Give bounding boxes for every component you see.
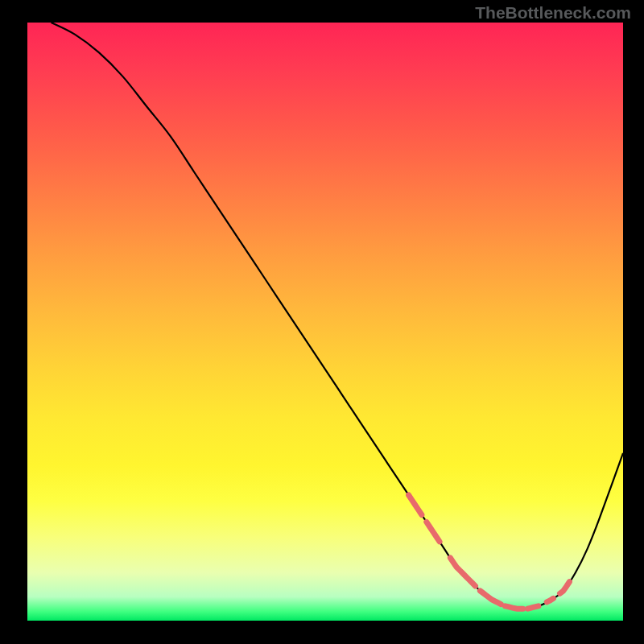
watermark-text: TheBottleneck.com: [475, 3, 631, 23]
bottleneck-curve: [52, 23, 623, 609]
highlight-dash: [528, 606, 539, 609]
highlight-dash: [480, 591, 501, 605]
highlight-dash: [427, 522, 440, 542]
chart-plot-area: [27, 23, 623, 621]
highlight-dash: [450, 558, 475, 586]
highlight-dash: [409, 495, 422, 515]
highlight-dashes: [409, 495, 570, 609]
highlight-dash: [505, 606, 522, 609]
chart-svg: [27, 23, 623, 621]
highlight-dash: [560, 582, 570, 593]
highlight-dash: [547, 598, 553, 602]
